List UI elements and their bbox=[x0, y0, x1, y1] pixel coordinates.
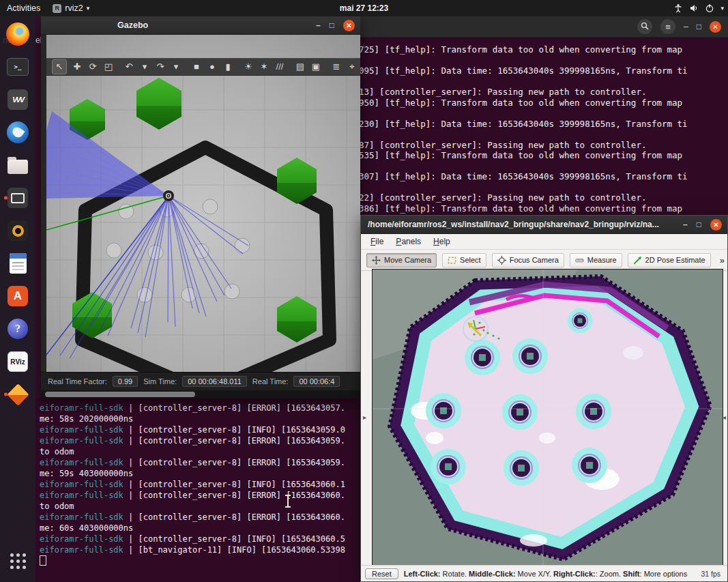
activities-button[interactable]: Activities bbox=[7, 3, 40, 13]
minimize-button[interactable]: – bbox=[683, 220, 688, 229]
dock-item-firefox[interactable] bbox=[3, 20, 32, 48]
terminal-line bbox=[359, 129, 724, 140]
reset-button[interactable]: Reset bbox=[365, 568, 398, 579]
sim-time-value: 00 00:06:48.011 bbox=[182, 376, 247, 387]
maximize-button[interactable]: □ bbox=[697, 23, 701, 31]
tool-move-camera[interactable]: Move Camera bbox=[366, 253, 437, 267]
close-button[interactable]: ✕ bbox=[343, 20, 355, 31]
maximize-button[interactable]: □ bbox=[697, 220, 701, 229]
tool-focus-camera[interactable]: Focus Camera bbox=[492, 253, 564, 267]
minimize-button[interactable]: – bbox=[684, 23, 688, 31]
rviz-status-instructions: Left-Click: Rotate. Middle-Click: Move X… bbox=[404, 570, 687, 578]
scale-tool-icon[interactable]: ◰ bbox=[103, 60, 114, 74]
dock-item-terminal[interactable]: >_ bbox=[3, 53, 32, 81]
rotate-tool-icon[interactable]: ⟳ bbox=[87, 60, 98, 74]
menu-panels[interactable]: Panels bbox=[390, 235, 426, 248]
chevron-down-icon: ▾ bbox=[720, 5, 724, 12]
status-instruction: Left-Click: bbox=[404, 570, 441, 578]
rviz-titlebar[interactable]: /home/eiforamr/ros2_ws/install/nav2_brin… bbox=[361, 216, 727, 234]
power-icon[interactable] bbox=[705, 3, 714, 13]
dock-item-camera-lens-app[interactable] bbox=[3, 216, 32, 245]
terminal-line bbox=[359, 182, 724, 193]
toolbar-overflow-chevron[interactable]: » bbox=[720, 255, 725, 265]
tool-label: 2D Pose Estimate bbox=[645, 256, 705, 264]
dock-item-rviz[interactable]: RViz bbox=[3, 347, 32, 376]
compose-service-prefix: eiforamr-full-sdk bbox=[40, 545, 128, 555]
rviz-3d-view[interactable] bbox=[373, 270, 723, 568]
redo-icon[interactable]: ↷ bbox=[155, 60, 166, 74]
gazebo-titlebar[interactable]: Gazebo – □ ✕ bbox=[41, 16, 360, 35]
gazebo-statusbar: Real Time Factor: 0.99 Sim Time: 00 00:0… bbox=[41, 372, 360, 390]
tool-2d-pose-estimate[interactable]: 2D Pose Estimate bbox=[628, 253, 711, 267]
terminal-line bbox=[359, 161, 724, 172]
tool-select[interactable]: Select bbox=[442, 253, 486, 267]
undo-icon[interactable]: ↶ bbox=[123, 60, 134, 74]
gazebo-body: ↖✚⟳◰↶▾↷▾■●▮☀✶///▤▣≣⌖ Real Time Factor: 0… bbox=[41, 35, 360, 398]
volume-icon[interactable] bbox=[689, 3, 699, 13]
search-button[interactable] bbox=[637, 19, 652, 34]
spot-light-icon[interactable]: ✶ bbox=[259, 60, 270, 74]
gazebo-toolbar: ↖✚⟳◰↶▾↷▾■●▮☀✶///▤▣≣⌖ bbox=[46, 58, 360, 76]
snap-icon[interactable]: ⌖ bbox=[347, 60, 358, 74]
gazebo-3d-view[interactable] bbox=[46, 35, 360, 373]
align-icon[interactable]: ≣ bbox=[331, 60, 342, 74]
terminal-titlebar[interactable]: ≡ – □ ✕ bbox=[355, 16, 728, 38]
compose-service-prefix: eiforamr-full-sdk bbox=[40, 425, 128, 435]
terminal-window-bottom: eiforamr-full-sdk | [controller_server-8… bbox=[35, 398, 360, 582]
insert-box-icon[interactable]: ■ bbox=[191, 60, 202, 74]
terminal-line: 950] [tf_help]: Transform data too old w… bbox=[359, 98, 724, 108]
show-applications-button[interactable] bbox=[3, 548, 32, 577]
dock-item-thunderbird[interactable] bbox=[3, 118, 32, 147]
rviz-toolbar: Move Camera Select Focus Camera Measure … bbox=[361, 250, 727, 271]
dock-item-window-app[interactable] bbox=[3, 184, 32, 212]
terminal-bottom-body[interactable]: eiforamr-full-sdk | [controller_server-8… bbox=[35, 398, 360, 567]
point-light-icon[interactable]: ☀ bbox=[243, 60, 254, 74]
real-time-label: Real Time: bbox=[252, 377, 289, 385]
tool-label: Measure bbox=[587, 256, 617, 264]
rviz-viewport[interactable] bbox=[372, 269, 723, 568]
close-button[interactable]: ✕ bbox=[710, 21, 721, 33]
gazebo-horizontal-scrollbar[interactable] bbox=[41, 390, 360, 398]
focus-crosshair-icon bbox=[497, 256, 506, 265]
copy-icon[interactable]: ▤ bbox=[295, 60, 306, 74]
clock[interactable]: mai 27 12:23 bbox=[340, 3, 388, 13]
tool-measure[interactable]: Measure bbox=[570, 253, 622, 267]
menu-file[interactable]: File bbox=[365, 235, 389, 248]
dock-item-ubuntu-software[interactable]: A bbox=[3, 282, 32, 310]
app-grid-icon bbox=[10, 553, 26, 569]
accessibility-icon[interactable] bbox=[673, 3, 683, 13]
insert-sphere-icon[interactable]: ● bbox=[207, 60, 218, 74]
insert-cylinder-icon[interactable]: ▮ bbox=[222, 60, 233, 74]
terminal-line: 386] [tf_help]: Transform data too old w… bbox=[359, 203, 724, 214]
terminal-line: me: 59s 403000000ns bbox=[40, 468, 356, 479]
terminal-line: 725] [tf_help]: Transform data too old w… bbox=[359, 44, 724, 55]
gazebo-left-panel-strip[interactable] bbox=[41, 35, 46, 398]
document-icon bbox=[10, 253, 27, 274]
translate-tool-icon[interactable]: ✚ bbox=[72, 60, 83, 74]
compose-service-prefix: eiforamr-full-sdk bbox=[40, 403, 128, 413]
dock-item-document-viewer[interactable] bbox=[3, 249, 32, 278]
focused-app-menu[interactable]: R rviz2 ▾ bbox=[53, 3, 89, 13]
menu-help[interactable]: Help bbox=[428, 235, 456, 248]
terminal-cursor bbox=[40, 555, 46, 566]
system-status-area[interactable]: ▾ bbox=[673, 0, 724, 16]
status-instruction: Move X/Y. bbox=[516, 570, 553, 578]
minimize-button[interactable]: – bbox=[316, 21, 321, 29]
redo-caret-icon[interactable]: ▾ bbox=[171, 60, 181, 74]
hamburger-menu-button[interactable]: ≡ bbox=[660, 19, 675, 34]
compose-service-prefix: eiforamr-full-sdk bbox=[40, 458, 128, 467]
maximize-button[interactable]: □ bbox=[330, 21, 334, 29]
terminal-top-body[interactable]: 725] [tf_help]: Transform data too old w… bbox=[355, 38, 728, 214]
paste-icon[interactable]: ▣ bbox=[310, 60, 321, 74]
close-button[interactable]: ✕ bbox=[710, 219, 722, 231]
dock-item-gazebo[interactable] bbox=[3, 380, 32, 409]
dock-item-vmware[interactable]: VVV bbox=[3, 85, 32, 114]
dock-item-help[interactable]: ? bbox=[3, 315, 32, 343]
status-instruction: Shift bbox=[623, 570, 639, 578]
dock-item-files[interactable] bbox=[3, 151, 32, 179]
directional-light-icon[interactable]: /// bbox=[274, 60, 285, 74]
select-tool-icon[interactable]: ↖ bbox=[52, 59, 67, 74]
undo-caret-icon[interactable]: ▾ bbox=[139, 60, 150, 74]
expand-left-panel-button[interactable]: ▸ bbox=[363, 413, 366, 421]
scrollbar-thumb[interactable] bbox=[45, 392, 195, 397]
